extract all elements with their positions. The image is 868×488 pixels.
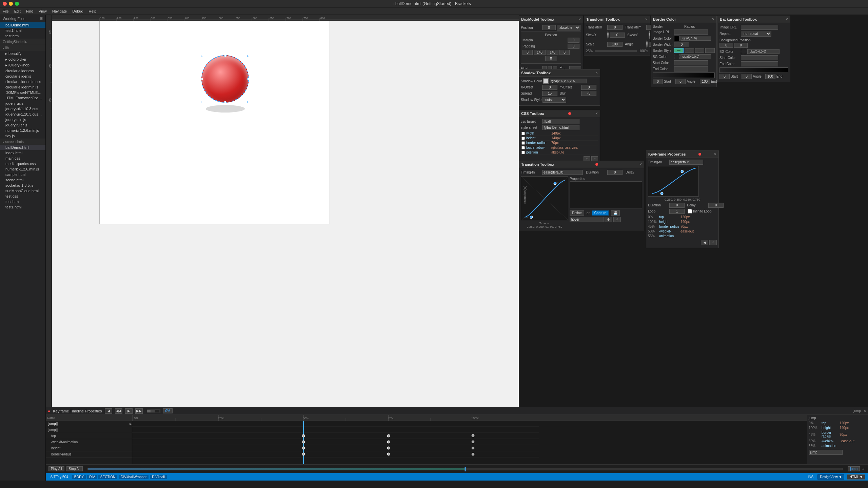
- skewX-input[interactable]: [610, 33, 625, 38]
- shadow-color-input[interactable]: [550, 79, 587, 83]
- background-close-icon[interactable]: ×: [786, 17, 788, 22]
- sidebar-beautify[interactable]: ▸ beautify: [0, 51, 45, 57]
- sidebar-file-main-css[interactable]: main.css: [0, 156, 45, 161]
- x-offset-input[interactable]: [542, 85, 557, 90]
- rewind-btn[interactable]: ◀◀: [115, 408, 122, 414]
- menu-debug[interactable]: Debug: [72, 9, 83, 13]
- css-header[interactable]: CSS Toolbox ×: [519, 110, 600, 117]
- kf-check-btn[interactable]: ✓: [709, 240, 717, 245]
- sidebar-file-scene[interactable]: scene.html: [0, 177, 45, 183]
- track-jump-expand[interactable]: ▶: [130, 422, 132, 426]
- bg-pos-x[interactable]: [719, 43, 733, 48]
- timeline-playhead[interactable]: [465, 467, 466, 471]
- sidebar-htmlformatter[interactable]: HTMLFormatterOptions.json: [0, 95, 45, 101]
- hover-input[interactable]: [570, 217, 604, 222]
- background-header[interactable]: Background Toolbox ×: [718, 16, 790, 23]
- timeline-tracks[interactable]: 0% 25% 50% 75% 100%: [132, 415, 807, 464]
- bg-start-pos[interactable]: [719, 74, 730, 79]
- border-dashed-btn[interactable]: - -: [685, 48, 694, 53]
- sidebar-screenshots[interactable]: ▸ screenshots: [0, 139, 45, 145]
- box-val3[interactable]: [547, 50, 558, 55]
- timeline-end-icon[interactable]: ✓: [862, 467, 865, 471]
- gear-icon[interactable]: ⚙: [605, 217, 612, 222]
- timeline-scrubber[interactable]: [87, 468, 843, 470]
- sidebar-file-sunmoon[interactable]: sunMoonCloud.html: [0, 188, 45, 194]
- transition-close-icon[interactable]: ×: [639, 162, 642, 167]
- border-header[interactable]: Border Color ×: [651, 16, 716, 23]
- border-width-input[interactable]: [674, 42, 689, 47]
- shadow-style-select[interactable]: outset inset: [542, 97, 566, 103]
- transition-header[interactable]: Transition Toolbox ×: [519, 161, 644, 168]
- translateX-input[interactable]: [607, 25, 623, 30]
- box-val4[interactable]: [559, 50, 570, 55]
- spread-input[interactable]: [542, 91, 557, 96]
- bg-color-input2[interactable]: [747, 49, 780, 54]
- border-solid-btn[interactable]: ─: [674, 48, 684, 53]
- save-transition-btn[interactable]: 💾: [611, 210, 620, 216]
- kf-prev-btn[interactable]: ◀: [701, 240, 708, 245]
- timeline-close-icon[interactable]: ×: [864, 409, 866, 413]
- css-width-check[interactable]: [521, 132, 525, 135]
- jump-select[interactable]: jump: [848, 466, 860, 471]
- kf-duration-input[interactable]: [669, 203, 685, 208]
- sidebar-file-test-html[interactable]: test.html: [0, 199, 45, 204]
- sidebar-file-index[interactable]: index.html: [0, 150, 45, 156]
- keyframe-header[interactable]: KeyFrame Properties ×: [646, 151, 718, 158]
- design-view-button[interactable]: DesignView ▼: [817, 474, 844, 480]
- sidebar-file-test-css[interactable]: test.css: [0, 194, 45, 199]
- fast-fwd-btn[interactable]: ▶▶: [135, 408, 143, 414]
- stop-all-button[interactable]: Stop All: [66, 466, 83, 471]
- boxmodel-close-icon[interactable]: ×: [578, 17, 581, 22]
- box-bottom-val[interactable]: [545, 56, 557, 61]
- bg-color-swatch2[interactable]: [741, 49, 746, 54]
- menu-find[interactable]: Find: [26, 9, 33, 13]
- sidebar-file-balldemo[interactable]: ballDemo.html: [0, 145, 45, 150]
- sidebar-file-sample[interactable]: sample.html: [0, 172, 45, 177]
- sidebar-file-media-queries[interactable]: media-queries.css: [0, 161, 45, 166]
- prev-frame-btn[interactable]: |◀: [105, 408, 112, 414]
- position-input[interactable]: [542, 25, 556, 30]
- sidebar-jquery-knob[interactable]: ▸ jQuery-Knob: [0, 62, 45, 68]
- start-color-input[interactable]: [674, 60, 708, 65]
- css-close-icon[interactable]: ×: [595, 111, 598, 116]
- css-height-check[interactable]: [521, 137, 525, 140]
- kf-infinite-checkbox[interactable]: [688, 209, 692, 214]
- menu-edit[interactable]: Edit: [14, 9, 21, 13]
- css-stylesheet-input[interactable]: [542, 125, 579, 130]
- transform-header[interactable]: Transform Toolbox ×: [584, 16, 650, 23]
- bg-pos-y[interactable]: [734, 43, 748, 48]
- position-type-select[interactable]: absolute relative fixed: [557, 25, 580, 30]
- end-pos-input[interactable]: [700, 79, 710, 84]
- angle-knob[interactable]: [646, 40, 648, 48]
- padding-input[interactable]: [568, 44, 579, 49]
- bg-color-input[interactable]: [680, 54, 711, 59]
- transform-close-icon[interactable]: ×: [645, 17, 648, 22]
- sidebar-file-numeric[interactable]: numeric-1.2.6.min.js: [0, 166, 45, 172]
- sidebar-jquery-min[interactable]: jquery.min.js: [0, 117, 45, 122]
- bg-repeat-select[interactable]: no-repeat repeat repeat-x repeat-y: [741, 31, 771, 37]
- border-close-icon[interactable]: ×: [712, 17, 714, 22]
- css-shadow-check[interactable]: [521, 146, 525, 149]
- kf-loop-input[interactable]: [669, 209, 685, 214]
- css-position-check[interactable]: [521, 151, 525, 154]
- check-icon[interactable]: ✓: [613, 217, 621, 222]
- border-color-input[interactable]: [680, 36, 711, 41]
- bottom-tag-ballwrapper[interactable]: DIV#ballWrapper: [119, 475, 149, 479]
- box-val1[interactable]: [522, 50, 533, 55]
- sidebar-item-balldemo[interactable]: ballDemo.html: [0, 22, 45, 28]
- start-pos-input[interactable]: [653, 79, 663, 84]
- bg-image-url-input[interactable]: [741, 25, 778, 30]
- angle-pos-input[interactable]: [675, 79, 686, 84]
- sidebar-circular-slider-css[interactable]: circular-slider.css: [0, 68, 45, 74]
- maximize-button[interactable]: [15, 2, 19, 6]
- sidebar-circular-slider-min-css[interactable]: circular-slider.min.css: [0, 79, 45, 84]
- ball-element[interactable]: [201, 55, 249, 103]
- blur-input[interactable]: [581, 91, 596, 96]
- border-dotted-btn[interactable]: ···: [695, 48, 705, 53]
- sidebar-getting-started[interactable]: GettingStarted ▸: [0, 39, 45, 45]
- sidebar-jquery-ui-custom-js[interactable]: jquery-ui-1.10.3.custom.js: [0, 111, 45, 117]
- keyframe-close-icon[interactable]: ×: [714, 152, 716, 157]
- menu-help[interactable]: Help: [89, 9, 97, 13]
- bottom-tag-section[interactable]: SECTION: [98, 475, 117, 479]
- timing-fn-input[interactable]: [542, 170, 583, 175]
